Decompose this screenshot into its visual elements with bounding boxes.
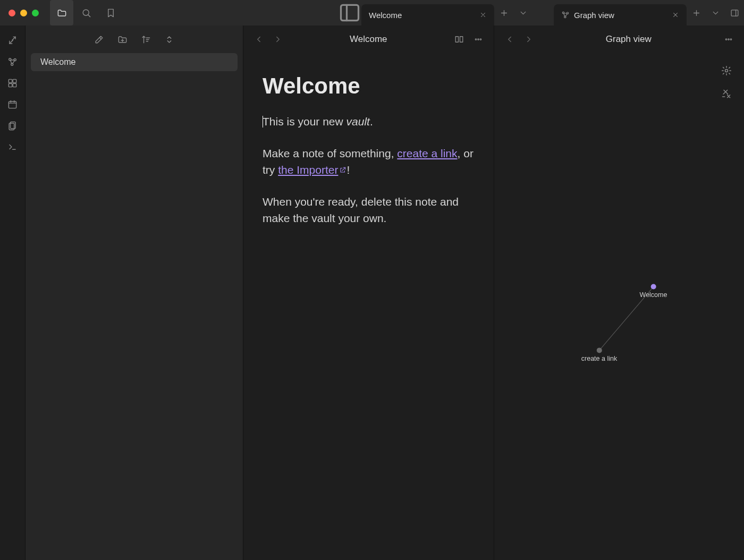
file-item-label: Welcome xyxy=(40,57,75,67)
collapse-icon[interactable] xyxy=(160,30,179,49)
file-item-welcome[interactable]: Welcome xyxy=(31,53,238,71)
svg-rect-11 xyxy=(9,83,12,87)
graph-canvas[interactable]: Welcomecreate a link xyxy=(494,53,745,560)
files-tab-icon[interactable] xyxy=(50,0,73,26)
left-sidebar-toggle-icon[interactable] xyxy=(338,0,361,26)
svg-rect-1 xyxy=(341,5,359,20)
note-paragraph: Make a note of something, create a link,… xyxy=(263,145,475,179)
more-options-icon[interactable] xyxy=(470,31,486,47)
svg-point-19 xyxy=(725,39,726,40)
tab-list-dropdown[interactable] xyxy=(706,0,725,26)
file-tree: Welcome xyxy=(26,53,243,71)
graph-node-label[interactable]: Welcome xyxy=(640,291,667,299)
new-tab-button[interactable] xyxy=(687,0,706,26)
nav-back-icon[interactable] xyxy=(502,31,518,47)
pane-title[interactable]: Welcome xyxy=(289,34,448,45)
tab-title: Graph view xyxy=(574,11,665,20)
file-explorer-toolbar xyxy=(26,26,243,53)
left-sidebar-tab-switcher xyxy=(47,0,123,26)
canvas-icon[interactable] xyxy=(3,73,22,92)
quick-switcher-icon[interactable] xyxy=(3,31,22,50)
command-palette-icon[interactable] xyxy=(3,137,22,156)
tab-title: Welcome xyxy=(369,11,473,20)
svg-rect-13 xyxy=(9,101,16,108)
file-explorer: Welcome xyxy=(26,26,243,560)
graph-icon xyxy=(561,11,570,19)
pane-graph: Graph view Welcomecreate a link xyxy=(494,26,745,560)
right-sidebar-toggle-icon[interactable] xyxy=(725,0,744,26)
templates-icon[interactable] xyxy=(3,116,22,135)
nav-forward-icon[interactable] xyxy=(521,31,537,47)
tab-welcome[interactable]: Welcome xyxy=(361,4,494,26)
pane-header: Graph view xyxy=(494,26,745,53)
svg-point-21 xyxy=(730,39,731,40)
reading-mode-icon[interactable] xyxy=(451,31,467,47)
svg-rect-12 xyxy=(13,83,16,87)
tab-list-dropdown[interactable] xyxy=(513,0,532,26)
sort-icon[interactable] xyxy=(137,30,156,49)
window-controls xyxy=(0,0,47,26)
note-paragraph: This is your new vault. xyxy=(263,113,475,130)
new-folder-icon[interactable] xyxy=(113,30,132,49)
tab-group-right: Graph view xyxy=(554,0,744,26)
main: Welcome Welcome xyxy=(0,26,744,560)
pane-header: Welcome xyxy=(243,26,494,53)
workspace: Welcome Welcome This is your new vault. … xyxy=(243,26,744,560)
graph-svg xyxy=(494,53,744,559)
svg-rect-5 xyxy=(731,10,738,15)
external-link-importer[interactable]: the Importer xyxy=(278,164,346,176)
svg-point-17 xyxy=(477,39,478,40)
note-heading: Welcome xyxy=(263,69,475,103)
window-zoom-button[interactable] xyxy=(32,10,39,16)
more-options-icon[interactable] xyxy=(721,31,737,47)
svg-point-24 xyxy=(650,284,656,290)
search-tab-icon[interactable] xyxy=(74,0,98,26)
external-link-icon xyxy=(339,166,346,174)
window-minimize-button[interactable] xyxy=(20,10,27,16)
svg-rect-10 xyxy=(13,79,16,82)
graph-view-icon[interactable] xyxy=(3,52,22,71)
bookmarks-tab-icon[interactable] xyxy=(99,0,122,26)
svg-point-25 xyxy=(596,347,602,353)
new-tab-button[interactable] xyxy=(494,0,513,26)
svg-rect-9 xyxy=(9,79,12,82)
internal-link-create-a-link[interactable]: create a link xyxy=(397,147,457,159)
window-close-button[interactable] xyxy=(9,10,15,16)
tab-group-left: Welcome xyxy=(361,0,532,26)
svg-point-20 xyxy=(728,39,729,40)
graph-node-label[interactable]: create a link xyxy=(581,355,617,362)
nav-forward-icon[interactable] xyxy=(270,31,286,47)
tab-close-button[interactable] xyxy=(670,9,681,21)
pane-note: Welcome Welcome This is your new vault. … xyxy=(243,26,494,560)
svg-point-18 xyxy=(480,39,481,40)
note-editor[interactable]: Welcome This is your new vault. Make a n… xyxy=(243,53,494,252)
pane-title[interactable]: Graph view xyxy=(540,34,718,45)
note-paragraph: When you're ready, delete this note and … xyxy=(263,193,475,227)
svg-point-16 xyxy=(475,39,476,40)
tab-graph-view[interactable]: Graph view xyxy=(554,4,687,26)
ribbon xyxy=(0,26,26,560)
nav-back-icon[interactable] xyxy=(251,31,267,47)
new-note-icon[interactable] xyxy=(90,30,109,49)
tab-close-button[interactable] xyxy=(477,9,489,21)
daily-note-icon[interactable] xyxy=(3,95,22,114)
titlebar: Welcome Graph view xyxy=(0,0,744,26)
